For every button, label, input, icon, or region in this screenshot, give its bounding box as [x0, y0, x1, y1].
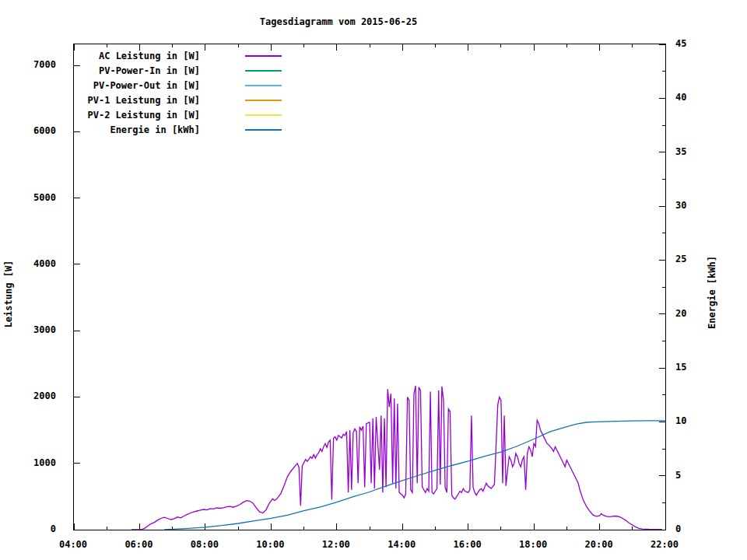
legend-label: PV-1 Leistung in [W] [73, 95, 200, 106]
y-left-tick-label: 3000 [16, 324, 56, 335]
y-right-tick-label: 0 [675, 523, 710, 534]
legend-line-sample [245, 85, 282, 86]
x-tick-label: 16:00 [447, 539, 488, 550]
legend-item: PV-1 Leistung in [W] [73, 93, 283, 107]
x-tick-label: 18:00 [513, 539, 553, 550]
y-left-tick-label: 4000 [16, 258, 56, 269]
legend-line-sample [245, 114, 282, 116]
y-right-tick-label: 45 [675, 38, 710, 49]
x-tick-label: 08:00 [184, 539, 225, 550]
x-tick-label: 20:00 [579, 539, 619, 550]
x-tick-label: 04:00 [53, 539, 93, 550]
legend-item: AC Leistung in [W] [73, 48, 283, 63]
x-tick-label: 14:00 [381, 539, 422, 550]
x-tick-label: 10:00 [250, 539, 290, 550]
legend-label: AC Leistung in [W] [73, 51, 200, 61]
y-axis-left-label: Leistung [W] [3, 240, 14, 348]
y-right-tick-label: 15 [675, 362, 710, 373]
y-left-tick-label: 7000 [16, 59, 56, 70]
legend-label: PV-Power-Out in [W] [73, 80, 200, 91]
y-right-tick-label: 25 [675, 254, 710, 264]
y-right-tick-label: 20 [675, 308, 710, 319]
series-line-ac-leistung-in-w [132, 386, 662, 530]
legend-line-sample [245, 70, 282, 72]
legend-label: PV-2 Leistung in [W] [73, 110, 200, 121]
y-left-tick-label: 1000 [16, 457, 56, 468]
x-tick-label: 12:00 [316, 539, 356, 550]
y-left-tick-label: 6000 [16, 125, 56, 136]
y-left-tick-label: 0 [16, 523, 56, 534]
legend-line-sample [245, 129, 282, 131]
legend-item: PV-Power-In in [W] [73, 63, 283, 78]
legend-line-sample [245, 100, 282, 101]
y-left-tick-label: 2000 [16, 390, 56, 401]
legend-item: PV-Power-Out in [W] [73, 78, 283, 93]
x-tick-label: 06:00 [118, 539, 159, 550]
series-line-energie-in-kwh [164, 421, 665, 530]
chart-title: Tagesdiagramm vom 2015-06-25 [222, 16, 455, 27]
y-right-tick-label: 5 [675, 470, 710, 481]
legend-item: Energie in [kWh] [73, 122, 283, 137]
chart-canvas: Tagesdiagramm vom 2015-06-25 Leistung [W… [0, 0, 747, 560]
legend-label: Energie in [kWh] [73, 124, 200, 135]
legend: AC Leistung in [W]PV-Power-In in [W]PV-P… [73, 48, 283, 137]
y-left-tick-label: 5000 [16, 192, 56, 203]
x-tick-label: 22:00 [644, 539, 685, 550]
y-right-tick-label: 30 [675, 200, 710, 211]
legend-item: PV-2 Leistung in [W] [73, 107, 283, 122]
y-right-tick-label: 35 [675, 146, 710, 157]
y-right-tick-label: 40 [675, 92, 710, 103]
legend-line-sample [245, 55, 282, 57]
legend-label: PV-Power-In in [W] [73, 65, 200, 76]
y-right-tick-label: 10 [675, 415, 710, 426]
